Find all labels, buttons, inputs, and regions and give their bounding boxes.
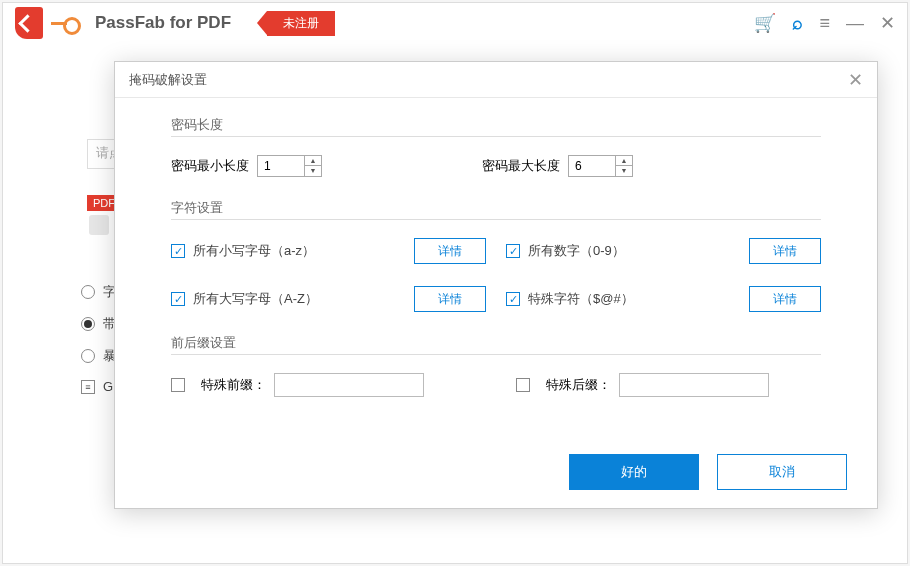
radio-icon [81, 285, 95, 299]
minimize-icon[interactable]: — [846, 13, 864, 34]
ok-button[interactable]: 好的 [569, 454, 699, 490]
checkbox-checked-icon[interactable]: ✓ [171, 292, 185, 306]
digits-label: 所有数字（0-9） [528, 242, 625, 260]
dialog-body: 密码长度 密码最小长度 ▲ ▼ 密码最大长度 [115, 98, 877, 397]
uppercase-label: 所有大写字母（A-Z） [193, 290, 318, 308]
min-length-field: 密码最小长度 ▲ ▼ [171, 155, 322, 177]
cart-icon[interactable]: 🛒 [754, 12, 776, 34]
prefix-field: ✓ 特殊前缀： [171, 373, 476, 397]
checkbox-checked-icon[interactable]: ✓ [506, 292, 520, 306]
dialog-footer: 好的 取消 [569, 454, 847, 490]
max-length-input[interactable] [569, 156, 615, 176]
min-length-input[interactable] [258, 156, 304, 176]
special-option: ✓ 特殊字符（$@#） 详情 [506, 286, 821, 312]
checkbox-checked-icon[interactable]: ✓ [171, 244, 185, 258]
mask-settings-dialog: 掩码破解设置 ✕ 密码长度 密码最小长度 ▲ ▼ [114, 61, 878, 509]
uppercase-detail-button[interactable]: 详情 [414, 286, 486, 312]
key-logo-icon [51, 16, 81, 30]
file-key-icon [89, 215, 109, 235]
spin-up-icon[interactable]: ▲ [616, 156, 632, 166]
app-title: PassFab for PDF [95, 13, 231, 33]
lowercase-detail-button[interactable]: 详情 [414, 238, 486, 264]
search-icon[interactable]: ⌕ [792, 13, 803, 34]
max-length-spinbox[interactable]: ▲ ▼ [568, 155, 633, 177]
radio-icon [81, 349, 95, 363]
dialog-header: 掩码破解设置 ✕ [115, 62, 877, 98]
dialog-close-icon[interactable]: ✕ [848, 69, 863, 91]
special-label: 特殊字符（$@#） [528, 290, 634, 308]
prefix-input[interactable] [274, 373, 424, 397]
app-logo: PassFab for PDF [15, 7, 231, 39]
spin-up-icon[interactable]: ▲ [305, 156, 321, 166]
digits-option: ✓ 所有数字（0-9） 详情 [506, 238, 821, 264]
suffix-field: ✓ 特殊后缀： [516, 373, 821, 397]
uppercase-option: ✓ 所有大写字母（A-Z） 详情 [171, 286, 486, 312]
special-detail-button[interactable]: 详情 [749, 286, 821, 312]
titlebar-controls: 🛒 ⌕ ≡ — ✕ [754, 12, 895, 34]
charset-section: 字符设置 ✓ 所有小写字母（a-z） 详情 ✓ 所有数字（0-9） 详情 ✓ [171, 199, 821, 312]
menu-icon[interactable]: ≡ [819, 13, 830, 34]
radio-icon [81, 317, 95, 331]
suffix-label: 特殊后缀： [546, 376, 611, 394]
list-icon: ≡ [81, 380, 95, 394]
lowercase-option: ✓ 所有小写字母（a-z） 详情 [171, 238, 486, 264]
main-window: PassFab for PDF 未注册 🛒 ⌕ ≡ — ✕ 请点 PDF 字 带… [2, 2, 908, 564]
checkbox-checked-icon[interactable]: ✓ [506, 244, 520, 258]
spin-down-icon[interactable]: ▼ [305, 166, 321, 176]
password-length-section: 密码长度 密码最小长度 ▲ ▼ 密码最大长度 [171, 116, 821, 177]
prefix-label: 特殊前缀： [201, 376, 266, 394]
titlebar: PassFab for PDF 未注册 🛒 ⌕ ≡ — ✕ [3, 3, 907, 43]
max-length-label: 密码最大长度 [482, 157, 560, 175]
cancel-button[interactable]: 取消 [717, 454, 847, 490]
checkbox-unchecked-icon[interactable]: ✓ [171, 378, 185, 392]
lowercase-label: 所有小写字母（a-z） [193, 242, 315, 260]
unregistered-badge: 未注册 [267, 11, 335, 36]
digits-detail-button[interactable]: 详情 [749, 238, 821, 264]
min-length-label: 密码最小长度 [171, 157, 249, 175]
affix-section: 前后缀设置 ✓ 特殊前缀： ✓ 特殊后缀： [171, 334, 821, 397]
spin-down-icon[interactable]: ▼ [616, 166, 632, 176]
close-window-icon[interactable]: ✕ [880, 12, 895, 34]
min-length-spinbox[interactable]: ▲ ▼ [257, 155, 322, 177]
dialog-title: 掩码破解设置 [129, 71, 207, 89]
checkbox-unchecked-icon[interactable]: ✓ [516, 378, 530, 392]
suffix-input[interactable] [619, 373, 769, 397]
pdf-logo-icon [15, 7, 43, 39]
max-length-field: 密码最大长度 ▲ ▼ [482, 155, 633, 177]
